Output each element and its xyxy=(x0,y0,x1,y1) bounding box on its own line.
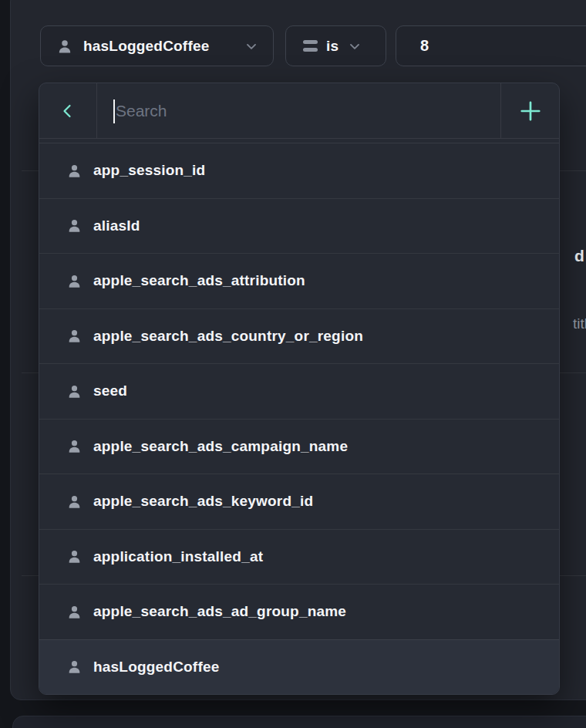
user-icon xyxy=(66,328,83,344)
back-button[interactable] xyxy=(39,83,97,138)
property-list-item[interactable]: apple_search_ads_attribution xyxy=(39,253,559,308)
property-label: hasLoggedCoffee xyxy=(93,659,219,676)
filter-operator-label: is xyxy=(326,38,338,55)
background-text-fragment: d S xyxy=(574,247,586,265)
search-input[interactable] xyxy=(97,83,500,138)
filter-property-pill[interactable]: hasLoggedCoffee xyxy=(40,25,274,66)
user-icon xyxy=(66,273,83,289)
user-icon xyxy=(66,217,83,234)
text-cursor xyxy=(113,99,115,123)
property-list-item[interactable]: application_installed_at xyxy=(39,529,559,585)
filter-value-field[interactable]: 8 xyxy=(396,25,586,66)
user-icon xyxy=(66,163,83,179)
property-label: apple_search_ads_campaign_name xyxy=(93,438,348,455)
dropdown-header xyxy=(39,83,559,139)
add-property-button[interactable] xyxy=(500,83,559,138)
property-label: apple_search_ads_keyword_id xyxy=(93,493,313,510)
property-dropdown: app_session_id aliasId apple_search_ads_… xyxy=(39,83,560,695)
user-icon xyxy=(66,438,83,454)
user-icon xyxy=(66,604,83,620)
background-text-fragment: title xyxy=(573,315,586,332)
equals-icon xyxy=(303,40,318,52)
property-label: apple_search_ads_country_or_region xyxy=(93,328,363,345)
property-list-item[interactable]: apple_search_ads_keyword_id xyxy=(39,474,559,529)
filter-value-text: 8 xyxy=(420,37,429,55)
search-container xyxy=(97,83,500,138)
property-list-item[interactable]: seed xyxy=(39,363,559,419)
property-list: app_session_id aliasId apple_search_ads_… xyxy=(39,143,559,694)
user-icon xyxy=(66,383,83,399)
property-label: apple_search_ads_ad_group_name xyxy=(93,603,346,620)
chevron-left-icon xyxy=(59,102,77,120)
chevron-down-icon xyxy=(244,39,259,54)
user-icon xyxy=(56,38,73,55)
property-label: application_installed_at xyxy=(93,548,263,565)
property-list-item[interactable]: apple_search_ads_country_or_region xyxy=(39,308,559,364)
property-label: apple_search_ads_attribution xyxy=(93,272,305,289)
filter-operator-pill[interactable]: is xyxy=(285,25,386,66)
property-list-item[interactable]: aliasId xyxy=(39,198,559,254)
filter-property-label: hasLoggedCoffee xyxy=(83,38,209,55)
user-icon xyxy=(66,659,83,675)
property-label: aliasId xyxy=(93,217,140,234)
property-list-item[interactable]: app_session_id xyxy=(39,143,559,198)
property-list-item[interactable]: apple_search_ads_ad_group_name xyxy=(39,584,559,639)
next-section-panel xyxy=(12,716,586,728)
user-icon xyxy=(66,548,83,565)
property-label: seed xyxy=(93,383,127,399)
property-list-item[interactable]: apple_search_ads_campaign_name xyxy=(39,419,559,474)
user-icon xyxy=(66,494,83,510)
plus-icon xyxy=(517,97,544,125)
property-label: app_session_id xyxy=(93,162,205,179)
property-list-item-selected[interactable]: hasLoggedCoffee xyxy=(39,639,559,695)
chevron-down-icon xyxy=(347,39,362,54)
